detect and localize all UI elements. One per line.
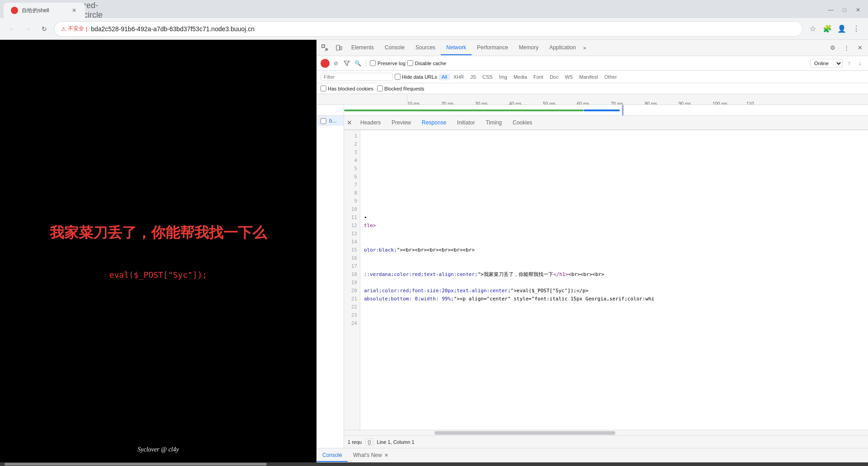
hide-data-urls-checkbox[interactable] <box>395 74 401 80</box>
minimize-button[interactable]: — <box>825 4 837 16</box>
devtools-tab-network[interactable]: Network <box>441 41 472 55</box>
response-tab-cookies[interactable]: Cookies <box>507 116 538 130</box>
line-num-15: 15 <box>344 246 360 254</box>
devtools-settings-button[interactable]: ⚙ <box>826 42 839 54</box>
code-line-3 <box>364 148 864 157</box>
back-button[interactable]: ← <box>5 23 18 35</box>
devtools-tab-sources[interactable]: Sources <box>410 41 441 55</box>
devtools-tab-performance[interactable]: Performance <box>472 41 514 55</box>
network-request-item[interactable]: b... <box>317 116 344 126</box>
waterfall-container <box>344 105 868 115</box>
waterfall-green-bar <box>344 109 584 111</box>
console-tab-whats-new[interactable]: What's New ✕ <box>348 449 395 462</box>
has-blocked-cookies-checkbox[interactable] <box>321 86 326 91</box>
code-line-5 <box>364 165 864 173</box>
response-tab-preview[interactable]: Preview <box>386 116 416 130</box>
preserve-log-label[interactable]: Preserve log <box>370 60 406 66</box>
devtools-tab-memory[interactable]: Memory <box>514 41 544 55</box>
active-tab[interactable]: 自给的shell ✕ <box>4 3 85 18</box>
resource-tab-manifest[interactable]: Manifest <box>576 73 601 81</box>
hide-data-urls-label[interactable]: Hide data URLs <box>395 74 437 80</box>
resource-tab-all[interactable]: All <box>439 73 450 81</box>
format-button[interactable]: {} <box>365 438 373 446</box>
resource-tab-css[interactable]: CSS <box>480 73 495 81</box>
waterfall-marker-red <box>623 105 623 115</box>
close-button[interactable]: ✕ <box>852 4 864 16</box>
resource-tab-img[interactable]: Img <box>496 73 510 81</box>
preserve-log-checkbox[interactable] <box>370 60 376 66</box>
has-blocked-cookies-text: Has blocked cookies <box>328 86 373 91</box>
import-har-button[interactable]: ↑ <box>844 59 854 68</box>
blocked-requests-checkbox[interactable] <box>377 86 383 91</box>
export-har-button[interactable]: ↓ <box>855 59 864 68</box>
console-tab-console[interactable]: Console <box>317 449 348 462</box>
page-horizontal-scrollbar[interactable] <box>0 462 868 466</box>
record-button[interactable] <box>321 59 330 68</box>
resource-type-filters: All XHR JS CSS Img Media Font Doc WS Man… <box>439 73 864 81</box>
disable-cache-label[interactable]: Disable cache <box>407 60 446 66</box>
devtools-tab-application[interactable]: Application <box>544 41 581 55</box>
line-num-16: 16 <box>344 254 360 262</box>
bookmark-icon[interactable]: ☆ <box>807 23 819 35</box>
devtools-tab-console[interactable]: Console <box>379 41 410 55</box>
close-request-button[interactable]: ✕ <box>344 117 355 128</box>
resource-tab-js[interactable]: JS <box>467 73 479 81</box>
filter-input[interactable] <box>321 73 393 81</box>
has-blocked-cookies-label[interactable]: Has blocked cookies <box>321 86 373 91</box>
devtools-tab-elements[interactable]: Elements <box>346 41 379 55</box>
resource-tab-other[interactable]: Other <box>602 73 620 81</box>
response-tab-timing[interactable]: Timing <box>480 116 507 130</box>
line-num-13: 13 <box>344 230 360 238</box>
resource-tab-media[interactable]: Media <box>511 73 530 81</box>
resource-tab-ws[interactable]: WS <box>562 73 576 81</box>
line-num-5: 5 <box>344 165 360 173</box>
new-tab-button[interactable]: red-circle <box>87 4 99 17</box>
inspect-element-button[interactable] <box>319 42 331 54</box>
timeline-name-col <box>317 94 407 105</box>
disable-cache-text: Disable cache <box>415 61 446 66</box>
resource-tab-doc[interactable]: Doc <box>547 73 561 81</box>
devtools-more-tabs[interactable]: » <box>581 45 588 51</box>
throttling-select[interactable]: Online Fast 3G Slow 3G Offline <box>810 59 843 68</box>
url-bar[interactable]: ⚠ 不安全 | bda2c528-91b6-492a-a7db-63bd37f5… <box>54 21 803 37</box>
network-toolbar-right: Online Fast 3G Slow 3G Offline ↑ ↓ <box>810 59 864 68</box>
line-num-20: 20 <box>344 287 360 295</box>
response-tab-response[interactable]: Response <box>416 116 452 130</box>
code-line-17 <box>364 262 864 271</box>
page-hscroll-thumb[interactable] <box>5 463 267 466</box>
disable-cache-checkbox[interactable] <box>407 60 413 66</box>
code-content: • tle> olor:black;"><br><br><br><br><br>… <box>360 130 868 430</box>
resource-tab-font[interactable]: Font <box>531 73 546 81</box>
extensions-icon[interactable]: 🧩 <box>821 23 834 35</box>
request-checkbox[interactable] <box>321 118 326 124</box>
profile-icon[interactable]: 👤 <box>835 23 848 35</box>
waterfall-blue-bar <box>584 109 620 111</box>
refresh-button[interactable]: ↻ <box>38 23 51 35</box>
menu-icon[interactable]: ⋮ <box>850 23 863 35</box>
code-line-15: olor:black;"><br><br><br><br><br><br> <box>364 246 864 254</box>
response-tab-headers[interactable]: Headers <box>355 116 386 130</box>
device-toolbar-button[interactable] <box>332 42 345 54</box>
devtools-horizontal-scrollbar[interactable] <box>344 430 868 435</box>
code-line-14 <box>364 238 864 246</box>
tick-10ms: 10 ms <box>407 101 420 105</box>
waterfall-name-spacer <box>317 105 344 115</box>
line-num-6: 6 <box>344 173 360 181</box>
whats-new-close[interactable]: ✕ <box>383 452 389 458</box>
maximize-button[interactable]: □ <box>838 4 851 16</box>
network-search-button[interactable]: 🔍 <box>353 59 362 68</box>
filter-button[interactable] <box>342 59 351 68</box>
hide-data-urls-text: Hide data URLs <box>402 74 437 80</box>
response-tab-initiator[interactable]: Initiator <box>452 116 480 130</box>
blocked-requests-label[interactable]: Blocked Requests <box>377 86 425 91</box>
devtools-more-button[interactable]: ⋮ <box>840 42 853 54</box>
stop-recording-button[interactable]: ⊘ <box>331 59 340 68</box>
line-num-7: 7 <box>344 181 360 189</box>
tab-close-button[interactable]: ✕ <box>71 7 78 14</box>
resource-tab-xhr[interactable]: XHR <box>451 73 467 81</box>
forward-button[interactable]: → <box>22 23 34 35</box>
devtools-hscroll-thumb[interactable] <box>434 431 615 435</box>
svg-rect-2 <box>340 47 342 50</box>
svg-rect-1 <box>336 45 340 50</box>
devtools-close-button[interactable]: ✕ <box>854 42 866 54</box>
